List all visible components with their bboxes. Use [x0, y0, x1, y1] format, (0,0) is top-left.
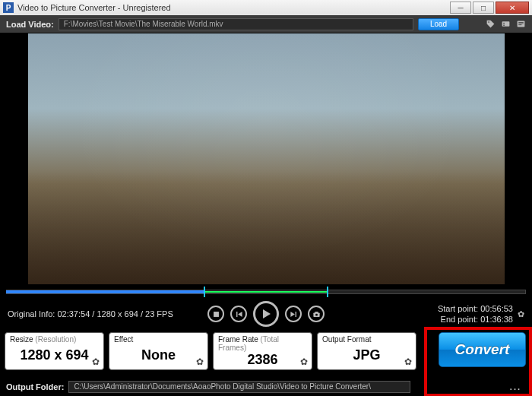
options-row: Resize (Resolution) 1280 x 694 ✿ Effect …: [0, 329, 532, 377]
browse-output-button[interactable]: ...: [510, 382, 521, 391]
start-point: Start point: 00:56:53: [438, 303, 513, 314]
play-button[interactable]: [253, 301, 279, 327]
svg-rect-8: [518, 24, 521, 25]
convert-button[interactable]: Convert: [439, 332, 526, 367]
output-folder-input[interactable]: C:\Users\Administrator\Documents\AoaoPho…: [68, 381, 410, 393]
timeline-progress: [6, 290, 204, 293]
load-video-label: Load Video:: [6, 20, 54, 29]
titlebar: P Video to Picture Converter - Unregiste…: [0, 0, 532, 15]
snapshot-button[interactable]: [308, 306, 325, 322]
output-folder-label: Output Folder:: [6, 382, 64, 391]
svg-rect-6: [518, 22, 524, 23]
playback-buttons: [207, 301, 325, 327]
controls-row: Original Info: 02:37:54 / 1280 x 694 / 2…: [0, 299, 532, 329]
stop-button[interactable]: [207, 306, 224, 322]
effect-value: None: [114, 344, 203, 367]
framerate-panel[interactable]: Frame Rate (Total Frames) 2386 ✿: [213, 332, 312, 370]
timeline-range-selection[interactable]: [204, 287, 328, 297]
resize-value: 1280 x 694: [10, 344, 99, 367]
effect-panel[interactable]: Effect None ✿: [109, 332, 208, 370]
framerate-gear-icon[interactable]: ✿: [300, 356, 308, 367]
svg-rect-9: [214, 312, 219, 317]
minimize-button[interactable]: ─: [450, 2, 471, 14]
svg-rect-2: [503, 23, 505, 24]
svg-point-0: [488, 21, 489, 23]
resize-panel[interactable]: Resize (Resolution) 1280 x 694 ✿: [5, 332, 104, 370]
load-toolbar: Load Video: F:\Movies\Test Movie\The Mis…: [0, 15, 532, 33]
resize-gear-icon[interactable]: ✿: [92, 356, 100, 367]
window-title: Video to Picture Converter - Unregistere…: [17, 3, 171, 12]
load-button[interactable]: Load: [418, 18, 459, 30]
end-point: End point: 01:36:38: [438, 314, 513, 325]
svg-rect-12: [315, 312, 318, 313]
svg-point-11: [315, 313, 318, 315]
maximize-button[interactable]: □: [473, 2, 494, 14]
svg-rect-4: [503, 25, 505, 26]
next-frame-button[interactable]: [285, 306, 302, 322]
range-settings-icon[interactable]: ✿: [518, 309, 524, 319]
tag-icon[interactable]: [485, 19, 496, 30]
format-gear-icon[interactable]: ✿: [404, 356, 412, 367]
timeline[interactable]: [0, 285, 532, 299]
svg-rect-7: [518, 24, 524, 24]
register-icon[interactable]: [515, 19, 526, 30]
app-icon: P: [3, 2, 14, 13]
svg-rect-3: [503, 24, 505, 25]
original-info: Original Info: 02:37:54 / 1280 x 694 / 2…: [8, 309, 173, 318]
framerate-value: 2386: [218, 352, 307, 368]
format-value: JPG: [322, 344, 411, 367]
info-icon[interactable]: [500, 19, 511, 30]
output-row: Output Folder: C:\Users\Administrator\Do…: [0, 377, 532, 396]
video-frame-image: movie frame: [28, 33, 505, 284]
prev-frame-button[interactable]: [230, 306, 247, 322]
svg-rect-1: [502, 21, 509, 27]
video-path-input[interactable]: F:\Movies\Test Movie\The Miserable World…: [59, 18, 413, 30]
format-panel[interactable]: Output Format JPG ✿: [317, 332, 416, 370]
close-button[interactable]: ✕: [496, 2, 529, 14]
video-preview: movie frame: [0, 33, 532, 285]
effect-gear-icon[interactable]: ✿: [196, 356, 204, 367]
